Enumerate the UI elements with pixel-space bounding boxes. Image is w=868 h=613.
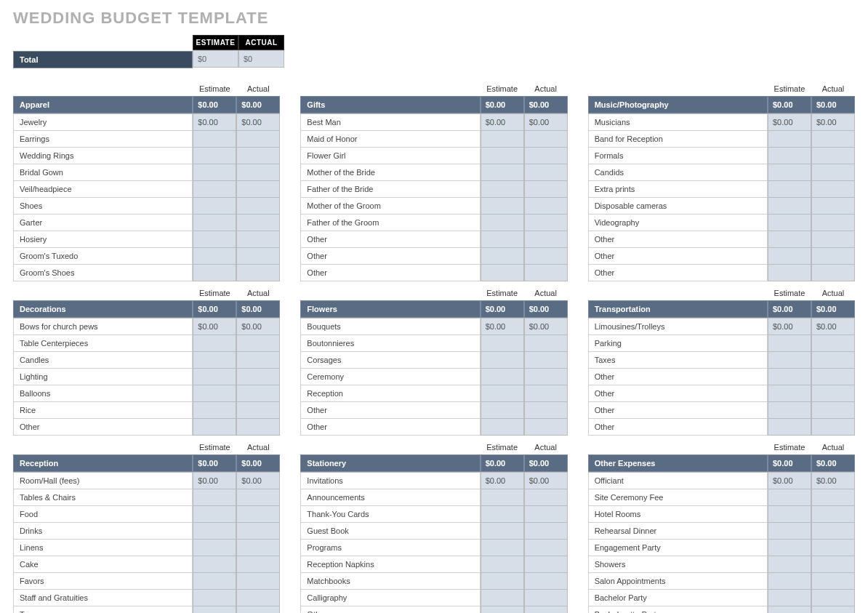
item-actual-cell[interactable] — [236, 335, 280, 352]
item-estimate-cell[interactable] — [768, 215, 811, 231]
item-actual-cell[interactable] — [524, 335, 568, 352]
item-actual-cell[interactable] — [236, 215, 280, 231]
item-estimate-cell[interactable] — [481, 181, 524, 198]
item-actual-cell[interactable] — [524, 556, 568, 573]
item-actual-cell[interactable] — [524, 131, 568, 148]
item-actual-cell[interactable] — [524, 265, 568, 281]
item-estimate-cell[interactable]: $0.00 — [768, 113, 811, 131]
item-estimate-cell[interactable]: $0.00 — [193, 472, 236, 489]
item-estimate-cell[interactable] — [481, 523, 524, 540]
item-estimate-cell[interactable] — [193, 506, 236, 523]
item-actual-cell[interactable] — [811, 164, 855, 181]
item-actual-cell[interactable] — [236, 385, 280, 402]
item-actual-cell[interactable] — [811, 573, 855, 590]
item-actual-cell[interactable] — [811, 540, 855, 556]
item-actual-cell[interactable]: $0.00 — [524, 472, 568, 489]
item-estimate-cell[interactable] — [768, 248, 811, 265]
item-estimate-cell[interactable] — [481, 556, 524, 573]
item-estimate-cell[interactable] — [193, 419, 236, 436]
item-actual-cell[interactable] — [236, 164, 280, 181]
item-actual-cell[interactable] — [524, 402, 568, 419]
item-actual-cell[interactable] — [524, 369, 568, 385]
item-estimate-cell[interactable]: $0.00 — [481, 113, 524, 131]
item-actual-cell[interactable] — [811, 335, 855, 352]
item-estimate-cell[interactable] — [768, 131, 811, 148]
item-actual-cell[interactable] — [236, 352, 280, 369]
item-actual-cell[interactable] — [236, 573, 280, 590]
item-estimate-cell[interactable] — [193, 369, 236, 385]
item-actual-cell[interactable] — [811, 148, 855, 164]
item-estimate-cell[interactable] — [193, 265, 236, 281]
item-estimate-cell[interactable] — [481, 489, 524, 506]
item-actual-cell[interactable] — [524, 215, 568, 231]
item-actual-cell[interactable]: $0.00 — [524, 113, 568, 131]
item-actual-cell[interactable] — [524, 506, 568, 523]
item-estimate-cell[interactable] — [481, 573, 524, 590]
item-estimate-cell[interactable] — [768, 573, 811, 590]
item-actual-cell[interactable] — [811, 198, 855, 215]
total-estimate-value[interactable]: $0 — [193, 50, 238, 68]
item-estimate-cell[interactable] — [193, 198, 236, 215]
item-actual-cell[interactable] — [236, 590, 280, 606]
item-actual-cell[interactable] — [811, 352, 855, 369]
item-actual-cell[interactable] — [236, 606, 280, 613]
item-actual-cell[interactable] — [811, 131, 855, 148]
item-estimate-cell[interactable] — [193, 164, 236, 181]
item-estimate-cell[interactable] — [481, 131, 524, 148]
item-estimate-cell[interactable]: $0.00 — [768, 472, 811, 489]
item-estimate-cell[interactable] — [481, 402, 524, 419]
item-estimate-cell[interactable] — [481, 248, 524, 265]
item-estimate-cell[interactable] — [768, 523, 811, 540]
item-actual-cell[interactable] — [236, 506, 280, 523]
item-actual-cell[interactable] — [524, 540, 568, 556]
item-actual-cell[interactable]: $0.00 — [811, 472, 855, 489]
item-actual-cell[interactable] — [236, 265, 280, 281]
item-estimate-cell[interactable] — [193, 335, 236, 352]
item-estimate-cell[interactable] — [768, 419, 811, 436]
item-estimate-cell[interactable] — [481, 265, 524, 281]
item-estimate-cell[interactable] — [193, 402, 236, 419]
item-actual-cell[interactable] — [811, 556, 855, 573]
item-estimate-cell[interactable] — [768, 335, 811, 352]
item-estimate-cell[interactable] — [193, 556, 236, 573]
item-estimate-cell[interactable] — [481, 419, 524, 436]
item-estimate-cell[interactable] — [193, 385, 236, 402]
item-estimate-cell[interactable] — [193, 523, 236, 540]
item-estimate-cell[interactable] — [481, 231, 524, 248]
item-estimate-cell[interactable] — [768, 606, 811, 613]
item-estimate-cell[interactable] — [481, 506, 524, 523]
item-actual-cell[interactable] — [811, 265, 855, 281]
item-actual-cell[interactable] — [236, 181, 280, 198]
item-actual-cell[interactable]: $0.00 — [524, 318, 568, 335]
item-actual-cell[interactable] — [811, 385, 855, 402]
item-actual-cell[interactable] — [811, 419, 855, 436]
item-actual-cell[interactable] — [811, 402, 855, 419]
item-estimate-cell[interactable] — [768, 352, 811, 369]
item-estimate-cell[interactable] — [768, 198, 811, 215]
item-estimate-cell[interactable]: $0.00 — [481, 318, 524, 335]
item-actual-cell[interactable] — [524, 148, 568, 164]
item-actual-cell[interactable] — [524, 198, 568, 215]
item-actual-cell[interactable] — [811, 248, 855, 265]
item-estimate-cell[interactable] — [768, 506, 811, 523]
item-estimate-cell[interactable] — [768, 181, 811, 198]
item-estimate-cell[interactable] — [768, 556, 811, 573]
item-estimate-cell[interactable]: $0.00 — [481, 472, 524, 489]
item-actual-cell[interactable]: $0.00 — [236, 472, 280, 489]
item-estimate-cell[interactable] — [481, 540, 524, 556]
item-actual-cell[interactable] — [524, 489, 568, 506]
item-actual-cell[interactable] — [524, 181, 568, 198]
item-actual-cell[interactable] — [811, 606, 855, 613]
item-actual-cell[interactable]: $0.00 — [236, 318, 280, 335]
item-estimate-cell[interactable] — [193, 540, 236, 556]
item-estimate-cell[interactable] — [481, 335, 524, 352]
item-actual-cell[interactable] — [236, 489, 280, 506]
item-actual-cell[interactable] — [811, 506, 855, 523]
item-actual-cell[interactable] — [524, 231, 568, 248]
item-estimate-cell[interactable]: $0.00 — [768, 318, 811, 335]
item-estimate-cell[interactable] — [768, 231, 811, 248]
item-estimate-cell[interactable] — [768, 148, 811, 164]
item-actual-cell[interactable] — [524, 590, 568, 606]
item-actual-cell[interactable] — [811, 590, 855, 606]
item-actual-cell[interactable] — [236, 540, 280, 556]
